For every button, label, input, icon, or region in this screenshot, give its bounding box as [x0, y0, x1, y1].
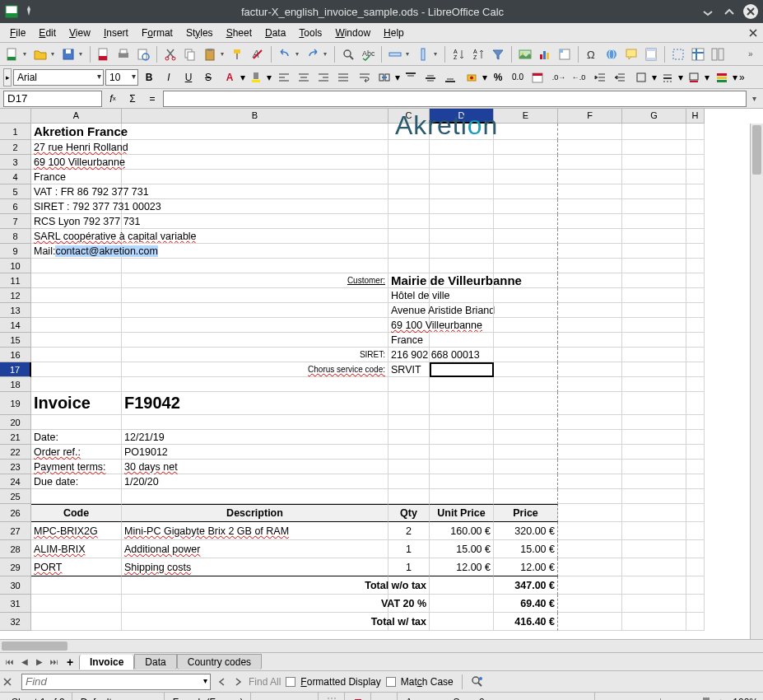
cell-B19[interactable]: F19042: [122, 392, 388, 415]
menu-sheet[interactable]: Sheet: [220, 26, 258, 40]
cell-F5[interactable]: [558, 184, 622, 199]
cell-H7[interactable]: [686, 214, 705, 229]
cell-G16[interactable]: [622, 348, 686, 362]
cell-G5[interactable]: [622, 184, 686, 199]
cell-D1[interactable]: [430, 124, 494, 140]
cell-E25[interactable]: [494, 489, 558, 504]
row-header-5[interactable]: 5: [0, 184, 31, 199]
align-middle-button[interactable]: [421, 68, 440, 86]
row-header-8[interactable]: 8: [0, 229, 31, 244]
cell-E2[interactable]: [494, 140, 558, 155]
match-case-checkbox[interactable]: [386, 677, 396, 687]
cell-C24[interactable]: [388, 474, 430, 489]
cell-F7[interactable]: [558, 214, 622, 229]
cell-B18[interactable]: [122, 377, 388, 392]
cell-B13[interactable]: [122, 303, 388, 318]
cell-H30[interactable]: [686, 576, 705, 595]
cell-A1[interactable]: Akretion France: [31, 124, 122, 140]
row-header-10[interactable]: 10: [0, 259, 31, 273]
cell-A4[interactable]: France: [31, 170, 122, 184]
number-button[interactable]: 0.0: [509, 68, 527, 86]
sort-desc-button[interactable]: AZ: [469, 45, 487, 63]
cell-G10[interactable]: [622, 259, 686, 273]
cell-B27[interactable]: Mini-PC Gigabyte Brix 2 GB of RAM: [122, 522, 388, 540]
cell-D17[interactable]: [430, 362, 494, 377]
row-header-29[interactable]: 29: [0, 558, 31, 576]
cell-B6[interactable]: [122, 199, 388, 214]
cell-D19[interactable]: [430, 392, 494, 415]
cell-A29[interactable]: PORT: [31, 558, 122, 576]
row-header-13[interactable]: 13: [0, 303, 31, 318]
cell-F1[interactable]: [558, 124, 622, 140]
menu-edit[interactable]: Edit: [32, 26, 63, 40]
cell-D10[interactable]: [430, 259, 494, 273]
col-header-E[interactable]: E: [494, 109, 558, 124]
tab-prev[interactable]: ◀: [18, 656, 31, 669]
cell-B5[interactable]: [122, 184, 388, 199]
cell-G17[interactable]: [622, 362, 686, 377]
comment-button[interactable]: [622, 45, 640, 63]
cell-D26[interactable]: Unit Price: [430, 504, 494, 522]
italic-button[interactable]: I: [160, 68, 178, 86]
cell-B32[interactable]: [122, 613, 388, 631]
cell-A26[interactable]: Code: [31, 504, 122, 522]
cell-F13[interactable]: [558, 303, 622, 318]
cell-H15[interactable]: [686, 333, 705, 348]
cell-B31[interactable]: [122, 595, 388, 613]
spellcheck-button[interactable]: Abc: [359, 45, 377, 63]
cell-E6[interactable]: [494, 199, 558, 214]
cell-A6[interactable]: SIRET : 792 377 731 00023: [31, 199, 122, 214]
signature-status[interactable]: [373, 693, 398, 700]
cell-B21[interactable]: 12/21/19: [122, 430, 388, 445]
cell-F4[interactable]: [558, 170, 622, 184]
cell-H23[interactable]: [686, 460, 705, 474]
col-header-A[interactable]: A: [31, 109, 122, 124]
cell-C4[interactable]: [388, 170, 430, 184]
cell-E7[interactable]: [494, 214, 558, 229]
cell-F10[interactable]: [558, 259, 622, 273]
cell-A3[interactable]: 69 100 Villeurbanne: [31, 155, 122, 170]
cell-D21[interactable]: [430, 430, 494, 445]
tab-next[interactable]: ▶: [33, 656, 46, 669]
redo-dropdown[interactable]: ▾: [323, 50, 330, 58]
cell-A10[interactable]: [31, 259, 122, 273]
cell-B28[interactable]: Additional power: [122, 540, 388, 558]
cell-G22[interactable]: [622, 445, 686, 460]
split-button[interactable]: [709, 45, 727, 63]
cut-button[interactable]: [161, 45, 179, 63]
cell-D24[interactable]: [430, 474, 494, 489]
cell-H1[interactable]: [686, 124, 705, 140]
new-dropdown[interactable]: ▾: [23, 50, 30, 58]
cell-D9[interactable]: [430, 244, 494, 259]
cell-E24[interactable]: [494, 474, 558, 489]
cell-D14[interactable]: [430, 318, 494, 333]
fmtbar-overflow[interactable]: »: [739, 72, 745, 83]
cell-B11[interactable]: Customer:: [122, 273, 388, 288]
open-dropdown[interactable]: ▾: [51, 50, 58, 58]
cell-C3[interactable]: [388, 155, 430, 170]
row-header-26[interactable]: 26: [0, 504, 31, 522]
sheet-tab-country-codes[interactable]: Country codes: [177, 654, 262, 670]
cell-B14[interactable]: [122, 318, 388, 333]
cell-E3[interactable]: [494, 155, 558, 170]
cell-B10[interactable]: [122, 259, 388, 273]
cell-F23[interactable]: [558, 460, 622, 474]
cell-F11[interactable]: [558, 273, 622, 288]
col-header-B[interactable]: B: [122, 109, 388, 124]
percent-button[interactable]: %: [489, 68, 507, 86]
copy-button[interactable]: [181, 45, 199, 63]
cell-A2[interactable]: 27 rue Henri Rolland: [31, 140, 122, 155]
cell-F3[interactable]: [558, 155, 622, 170]
select-all-corner[interactable]: [0, 109, 31, 124]
cell-H3[interactable]: [686, 155, 705, 170]
cell-D15[interactable]: [430, 333, 494, 348]
cell-G9[interactable]: [622, 244, 686, 259]
cell-F29[interactable]: [558, 558, 622, 576]
cell-C12[interactable]: Hôtel de ville: [388, 288, 430, 303]
formula-input[interactable]: [163, 91, 747, 107]
cell-H13[interactable]: [686, 303, 705, 318]
cell-A22[interactable]: Order ref.:: [31, 445, 122, 460]
cell-G14[interactable]: [622, 318, 686, 333]
zoom-level[interactable]: 100%: [725, 697, 758, 701]
cell-D18[interactable]: [430, 377, 494, 392]
